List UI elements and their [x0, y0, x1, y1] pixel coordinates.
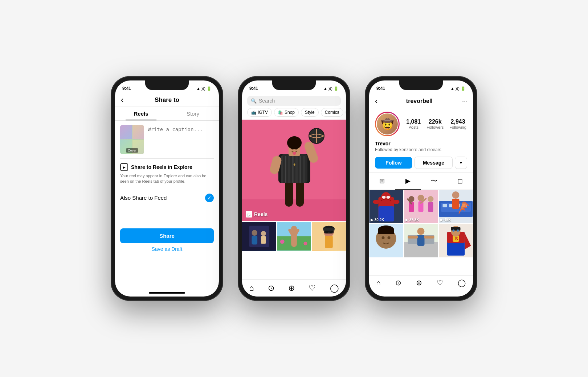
more-options-button[interactable]: ···: [461, 97, 467, 105]
nav-home-2[interactable]: ⌂: [249, 283, 254, 293]
status-time-2: 9:41: [249, 86, 258, 91]
filter-chip-comics-label: Comics: [325, 110, 339, 115]
svg-rect-61: [428, 202, 433, 212]
tab-grid[interactable]: ⊞: [369, 173, 395, 190]
tab-mentions[interactable]: ◻: [447, 173, 473, 190]
dropdown-button[interactable]: ▾: [455, 157, 467, 169]
svg-point-52: [387, 196, 390, 199]
nav-search-2[interactable]: ⊙: [268, 283, 274, 293]
svg-rect-41: [325, 236, 333, 248]
svg-point-51: [382, 196, 386, 199]
username-label: trevorbell: [406, 98, 433, 104]
save-draft-button[interactable]: Save as Draft: [115, 246, 219, 255]
video-thumbnail: Cover: [120, 125, 144, 154]
nav-profile-3[interactable]: ◯: [458, 278, 466, 287]
play-count-1: ▶ 30.2K: [371, 218, 384, 222]
phone-3: 9:41 ▲ ))) 🔋 ‹ trevorbell ··· 🤠: [365, 76, 477, 301]
status-icons-2: ▲ ))) 🔋: [323, 86, 339, 91]
play-count-3: ▶ 45K: [440, 218, 451, 222]
notch-3: [399, 80, 443, 90]
profile-action-row: Follow Message ▾: [369, 154, 473, 173]
phone1-content: ‹ Share to Reels Story: [115, 94, 219, 297]
status-time-3: 9:41: [376, 86, 385, 91]
stat-posts: 1,081 Posts: [406, 119, 421, 129]
profile-cell-3[interactable]: ▶ 45K: [439, 190, 473, 223]
svg-point-94: [457, 229, 459, 232]
share-button[interactable]: Share: [120, 228, 214, 243]
tab-reels[interactable]: ▶: [395, 173, 421, 190]
caption-input[interactable]: [148, 125, 214, 138]
profile-name-section: Trevor Followed by kenzoere and eloears: [369, 141, 473, 154]
tab-story[interactable]: Story: [167, 107, 219, 120]
profile-grid: ▶ 30.2K: [369, 190, 473, 257]
svg-rect-67: [443, 204, 447, 207]
svg-rect-30: [261, 236, 266, 244]
shop-icon: 🛍️: [278, 110, 283, 115]
svg-rect-72: [452, 199, 460, 209]
svg-point-76: [388, 236, 391, 239]
follow-button[interactable]: Follow: [375, 157, 412, 169]
svg-rect-54: [393, 200, 400, 204]
share-to-header: ‹ Share to: [115, 94, 219, 107]
svg-rect-78: [378, 228, 394, 234]
home-bar-1: [149, 292, 185, 294]
filter-chips-row: 📺 IGTV 🛍️ Shop Style Comics TV & Movie: [242, 108, 346, 120]
share-to-title: Share to: [155, 96, 179, 104]
svg-point-23: [287, 136, 302, 149]
svg-point-36: [280, 240, 285, 244]
svg-point-60: [428, 196, 434, 202]
nav-heart-3[interactable]: ♡: [437, 278, 443, 287]
nav-search-3[interactable]: ⊙: [395, 278, 401, 287]
profile-cell-1[interactable]: ▶ 30.2K: [369, 190, 403, 223]
svg-rect-83: [417, 235, 425, 246]
filter-chip-igtv[interactable]: 📺 IGTV: [247, 108, 272, 117]
back-button-1[interactable]: ‹: [121, 95, 123, 105]
profile-cell-2[interactable]: ▶ 37.3K: [404, 190, 438, 223]
search-bar[interactable]: 🔍 Search: [247, 96, 341, 106]
back-button-3[interactable]: ‹: [375, 96, 377, 106]
profile-cell-4[interactable]: [369, 224, 403, 257]
filter-chip-style[interactable]: Style: [301, 108, 319, 117]
grid-cell-3[interactable]: [312, 222, 346, 251]
profile-tabs-row: ⊞ ▶ 〜 ◻: [369, 173, 473, 190]
svg-rect-53: [373, 200, 380, 204]
profile-avatar-ring: 🤠: [375, 112, 400, 136]
main-reel-video: ✝ ▶ Reels: [242, 120, 346, 221]
filter-chip-shop[interactable]: 🛍️ Shop: [274, 108, 299, 117]
nav-add-3[interactable]: ⊕: [416, 278, 422, 287]
search-icon: 🔍: [251, 98, 257, 104]
profile-stats: 1,081 Posts 226k Followers 2,943 Followi…: [405, 119, 467, 129]
tab-tagged[interactable]: 〜: [421, 173, 447, 190]
filter-chip-shop-label: Shop: [285, 110, 295, 115]
svg-text:✝: ✝: [293, 163, 296, 167]
also-share-checkbox[interactable]: ✓: [205, 194, 214, 202]
stat-followers: 226k Followers: [426, 119, 444, 129]
filter-chip-comics[interactable]: Comics: [321, 108, 343, 117]
filter-chip-tv[interactable]: TV & Movie: [346, 108, 346, 117]
nav-home-3[interactable]: ⌂: [376, 279, 381, 287]
nav-profile-2[interactable]: ◯: [330, 283, 339, 293]
posts-count: 1,081: [406, 119, 421, 125]
svg-text:S: S: [455, 236, 458, 241]
tab-reels[interactable]: Reels: [115, 107, 167, 120]
svg-rect-46: [323, 228, 334, 231]
profile-cell-6[interactable]: S: [439, 224, 473, 257]
svg-rect-28: [252, 236, 257, 244]
grid-cell-2[interactable]: [277, 222, 311, 251]
nav-heart-2[interactable]: ♡: [309, 283, 316, 293]
bottom-nav-2: ⌂ ⊙ ⊕ ♡ ◯: [242, 279, 346, 297]
stat-following: 2,943 Following: [449, 119, 466, 129]
play-count-2: ▶ 37.3K: [405, 218, 419, 222]
cover-label: Cover: [126, 148, 138, 153]
svg-rect-84: [408, 236, 418, 239]
svg-point-27: [252, 230, 257, 236]
svg-point-93: [453, 229, 455, 232]
message-button[interactable]: Message: [415, 157, 453, 169]
search-placeholder: Search: [259, 98, 275, 104]
svg-point-29: [261, 231, 266, 236]
profile-cell-5[interactable]: [404, 224, 438, 257]
phone2-content: 🔍 Search 📺 IGTV 🛍️ Shop Style: [242, 94, 346, 297]
svg-point-37: [303, 242, 307, 245]
nav-add-2[interactable]: ⊕: [288, 283, 295, 293]
grid-cell-1[interactable]: [242, 222, 276, 251]
